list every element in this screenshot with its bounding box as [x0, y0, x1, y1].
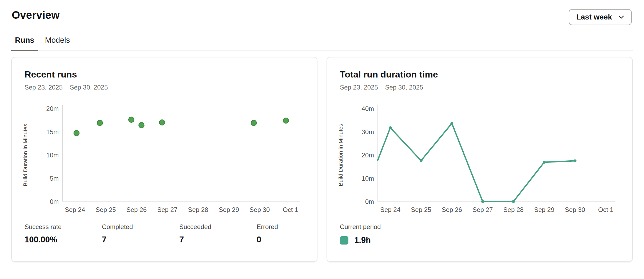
legend-value: 1.9h	[354, 235, 371, 245]
legend-color-swatch	[340, 236, 348, 245]
total-run-duration-card: Total run duration time Sep 23, 2025 – S…	[327, 57, 633, 262]
total-run-duration-line-chart: 0m10m20m30m40mSep 24Sep 25Sep 26Sep 27Se…	[327, 100, 633, 218]
svg-text:Sep 29: Sep 29	[534, 206, 554, 213]
svg-text:20m: 20m	[361, 152, 374, 159]
stat-label: Errored	[257, 223, 334, 231]
svg-text:Sep 26: Sep 26	[126, 206, 147, 213]
recent-runs-title: Recent runs	[25, 69, 77, 80]
svg-text:0m: 0m	[365, 198, 374, 205]
tab-bar: Runs Models	[11, 35, 633, 51]
svg-text:Sep 25: Sep 25	[96, 206, 116, 213]
stat-label: Completed	[102, 223, 179, 231]
stat-value: 0	[257, 235, 334, 245]
svg-text:Sep 30: Sep 30	[565, 206, 585, 213]
svg-text:Sep 25: Sep 25	[411, 206, 431, 213]
svg-text:Oct 1: Oct 1	[283, 206, 298, 213]
svg-text:Sep 24: Sep 24	[65, 206, 85, 213]
svg-text:10m: 10m	[361, 175, 374, 182]
tab-models[interactable]: Models	[41, 35, 74, 51]
svg-text:Sep 27: Sep 27	[157, 206, 177, 213]
legend-label: Current period	[340, 223, 381, 231]
stat-label: Success rate	[25, 223, 102, 231]
recent-runs-date-range: Sep 23, 2025 – Sep 30, 2025	[25, 84, 108, 91]
stat-completed: Completed 7	[102, 223, 179, 245]
total-run-duration-title: Total run duration time	[340, 69, 438, 80]
svg-text:Sep 29: Sep 29	[219, 206, 239, 213]
legend-row: 1.9h	[340, 235, 381, 245]
tab-runs[interactable]: Runs	[11, 35, 38, 51]
stat-value: 7	[102, 235, 179, 245]
svg-text:Sep 26: Sep 26	[442, 206, 462, 213]
svg-text:40m: 40m	[361, 105, 374, 112]
svg-text:5m: 5m	[50, 175, 59, 182]
stat-label: Succeeded	[179, 223, 257, 231]
svg-text:Sep 28: Sep 28	[188, 206, 208, 213]
stat-value: 100.00%	[25, 235, 102, 245]
stat-success-rate: Success rate 100.00%	[25, 223, 102, 245]
svg-text:Sep 27: Sep 27	[472, 206, 493, 213]
svg-text:Sep 28: Sep 28	[503, 206, 524, 213]
svg-text:30m: 30m	[361, 128, 374, 135]
total-run-duration-date-range: Sep 23, 2025 – Sep 30, 2025	[340, 84, 423, 91]
svg-text:Build Duration in Minutes: Build Duration in Minutes	[337, 124, 344, 186]
svg-text:0m: 0m	[50, 198, 59, 205]
chevron-down-icon	[618, 15, 624, 19]
svg-text:20m: 20m	[46, 105, 59, 112]
svg-text:Oct 1: Oct 1	[598, 206, 613, 213]
svg-text:Sep 24: Sep 24	[380, 206, 400, 213]
svg-text:Sep 30: Sep 30	[249, 206, 270, 213]
recent-runs-scatter-chart: 0m5m10m15m20mSep 24Sep 25Sep 26Sep 27Sep…	[12, 100, 318, 218]
run-stats-row: Success rate 100.00% Completed 7 Succeed…	[25, 223, 334, 245]
recent-runs-card: Recent runs Sep 23, 2025 – Sep 30, 2025 …	[11, 57, 317, 262]
period-selector-label: Last week	[576, 13, 612, 21]
svg-text:Build Duration in Minutes: Build Duration in Minutes	[22, 124, 28, 186]
stat-value: 7	[179, 235, 257, 245]
svg-text:10m: 10m	[46, 152, 59, 159]
chart-legend: Current period 1.9h	[340, 223, 381, 245]
stat-succeeded: Succeeded 7	[179, 223, 257, 245]
period-selector-dropdown[interactable]: Last week	[569, 9, 632, 25]
stat-errored: Errored 0	[257, 223, 334, 245]
svg-text:15m: 15m	[46, 128, 59, 135]
page-title: Overview	[12, 9, 60, 21]
